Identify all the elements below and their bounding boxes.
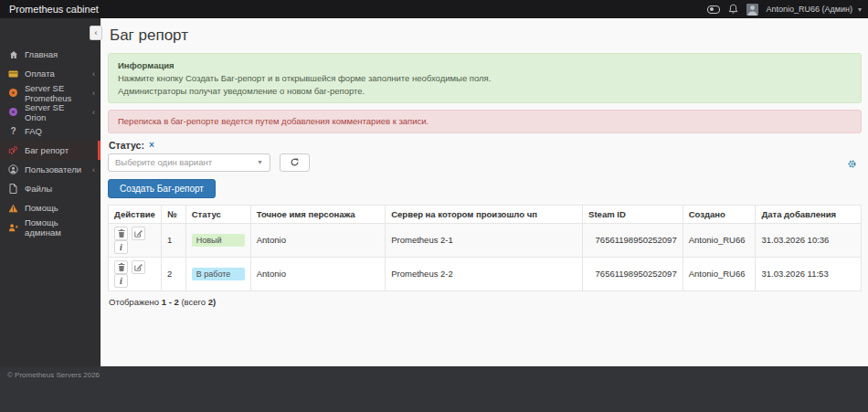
col-status: Статус bbox=[185, 205, 250, 223]
main-content: ‹ Баг репорт Информация Нажмите кнопку С… bbox=[101, 18, 868, 366]
toggle-icon[interactable] bbox=[707, 5, 720, 14]
status-filter-label: Статус: bbox=[109, 140, 144, 151]
sidebar-item-bug-report[interactable]: Баг репорт bbox=[0, 141, 101, 160]
sidebar-item-label: Server SE Orion bbox=[25, 102, 86, 122]
info-alert-line1: Нажмите кнопку Создать Баг-репорт и в от… bbox=[118, 73, 491, 83]
sidebar-item-label: FAQ bbox=[25, 126, 42, 136]
chevron-left-icon: ‹ bbox=[92, 69, 95, 79]
create-bug-report-button[interactable]: Создать Баг-репорт bbox=[108, 179, 216, 198]
cell-character-name: Antonio bbox=[250, 223, 385, 257]
sidebar-item-label: Баг репорт bbox=[25, 145, 69, 155]
chevron-left-icon: ‹ bbox=[92, 165, 95, 174]
status-badge: В работе bbox=[192, 268, 245, 280]
cell-steam-id: 76561198950252097 bbox=[583, 223, 683, 257]
question-icon: ? bbox=[8, 126, 18, 136]
table-header-row: Действие № Статус Точное имя персонажа С… bbox=[109, 205, 862, 223]
sidebar-item-label: Помощь админам bbox=[25, 217, 95, 238]
sidebar-item-payment[interactable]: Оплата ‹ bbox=[0, 64, 101, 83]
status-select[interactable]: Выберите один вариант ▼ bbox=[108, 153, 270, 172]
delete-icon[interactable] bbox=[114, 260, 128, 274]
avatar[interactable] bbox=[746, 4, 758, 16]
clear-filter-icon[interactable]: × bbox=[149, 140, 154, 150]
refresh-button[interactable] bbox=[280, 153, 310, 172]
delete-icon[interactable] bbox=[114, 227, 128, 240]
sidebar-item-server-orion[interactable]: Server SE Orion ‹ bbox=[0, 102, 101, 121]
home-icon bbox=[8, 50, 18, 59]
bug-report-table: Действие № Статус Точное имя персонажа С… bbox=[108, 205, 862, 291]
warning-alert: Переписка в баг-репорте ведется путем до… bbox=[108, 110, 862, 132]
user-plus-icon bbox=[8, 223, 18, 232]
view-info-icon[interactable]: i bbox=[114, 240, 128, 254]
file-icon bbox=[8, 184, 18, 194]
info-alert-line2: Администраторы получат уведомление о нов… bbox=[118, 86, 365, 96]
col-server: Сервер на котором произошло чп bbox=[386, 205, 583, 223]
grid-summary: Отображено 1 - 2 (всего 2) bbox=[109, 297, 862, 307]
sidebar-collapse-button[interactable]: ‹ bbox=[90, 26, 102, 40]
page-title: Баг репорт bbox=[110, 26, 862, 45]
sidebar-item-label: Помощь bbox=[25, 203, 58, 213]
status-badge: Новый bbox=[192, 234, 245, 247]
cell-created-by: Antonio_RU66 bbox=[683, 223, 756, 257]
chevron-down-icon: ▾ bbox=[858, 5, 862, 14]
info-alert: Информация Нажмите кнопку Создать Баг-ре… bbox=[108, 53, 862, 103]
col-created-by: Создано bbox=[683, 205, 756, 223]
cell-date-added: 31.03.2026 10:36 bbox=[756, 223, 862, 257]
sidebar-item-server-prometheus[interactable]: Server SE Prometheus ‹ bbox=[0, 83, 101, 102]
cell-number: 2 bbox=[161, 257, 185, 291]
cell-created-by: Antonio_RU66 bbox=[683, 257, 756, 291]
page-footer: © Prometheus Servers 2026 bbox=[0, 366, 868, 412]
user-menu[interactable]: Antonio_RU66 (Админ) bbox=[767, 5, 852, 14]
bell-icon[interactable] bbox=[728, 4, 738, 15]
edit-icon[interactable] bbox=[132, 227, 145, 240]
copyright-text: © Prometheus Servers 2026 bbox=[7, 371, 100, 379]
sidebar-item-label: Главная bbox=[25, 49, 58, 59]
info-alert-title: Информация bbox=[118, 59, 852, 71]
view-info-icon[interactable]: i bbox=[114, 274, 128, 288]
cell-date-added: 31.03.2026 11:53 bbox=[756, 257, 862, 291]
top-navbar: Prometheus cabinet Antonio_RU66 (Админ) … bbox=[0, 0, 868, 18]
sidebar-item-home[interactable]: Главная bbox=[0, 45, 101, 64]
server-prometheus-icon bbox=[8, 89, 18, 97]
credit-card-icon bbox=[8, 70, 18, 78]
warning-alert-text: Переписка в баг-репорте ведется путем до… bbox=[118, 116, 429, 126]
sidebar-item-label: Пользователи bbox=[25, 164, 81, 174]
col-action: Действие bbox=[109, 205, 162, 223]
sidebar-item-faq[interactable]: ? FAQ bbox=[0, 121, 101, 141]
warning-icon bbox=[8, 204, 18, 213]
table-row: i 1 Новый Antonio Prometheus 2-1 7656119… bbox=[109, 223, 862, 257]
col-steam-id: Steam ID bbox=[583, 205, 683, 223]
cell-number: 1 bbox=[161, 223, 185, 257]
sidebar: Главная Оплата ‹ Server SE Prometheus ‹ … bbox=[0, 18, 101, 366]
sidebar-item-label: Оплата bbox=[25, 69, 55, 79]
chevron-left-icon: ‹ bbox=[92, 108, 95, 117]
gears-icon bbox=[8, 145, 18, 155]
col-number: № bbox=[161, 205, 185, 223]
cell-character-name: Antonio bbox=[250, 257, 385, 291]
sidebar-item-label: Файлы bbox=[25, 184, 52, 194]
status-select-placeholder: Выберите один вариант bbox=[115, 157, 212, 167]
app-brand: Prometheus cabinet bbox=[9, 4, 99, 15]
chevron-left-icon: ‹ bbox=[92, 89, 95, 98]
sidebar-item-files[interactable]: Файлы bbox=[0, 179, 101, 198]
sidebar-item-label: Server SE Prometheus bbox=[25, 83, 86, 103]
col-date-added: Дата добавления bbox=[756, 205, 862, 223]
sidebar-item-help[interactable]: Помощь bbox=[0, 198, 101, 217]
cell-server: Prometheus 2-2 bbox=[386, 257, 583, 291]
chevron-down-icon: ▼ bbox=[257, 159, 263, 165]
table-row: i 2 В работе Antonio Prometheus 2-2 7656… bbox=[109, 257, 862, 291]
col-character-name: Точное имя персонажа bbox=[250, 205, 385, 223]
cell-steam-id: 76561198950252097 bbox=[583, 257, 683, 291]
users-icon bbox=[8, 164, 18, 174]
server-orion-icon bbox=[8, 108, 18, 116]
edit-icon[interactable] bbox=[132, 260, 145, 274]
cell-server: Prometheus 2-1 bbox=[386, 223, 583, 257]
sidebar-item-users[interactable]: Пользователи ‹ bbox=[0, 160, 101, 179]
sidebar-item-help-admins[interactable]: Помощь админам bbox=[0, 217, 101, 237]
